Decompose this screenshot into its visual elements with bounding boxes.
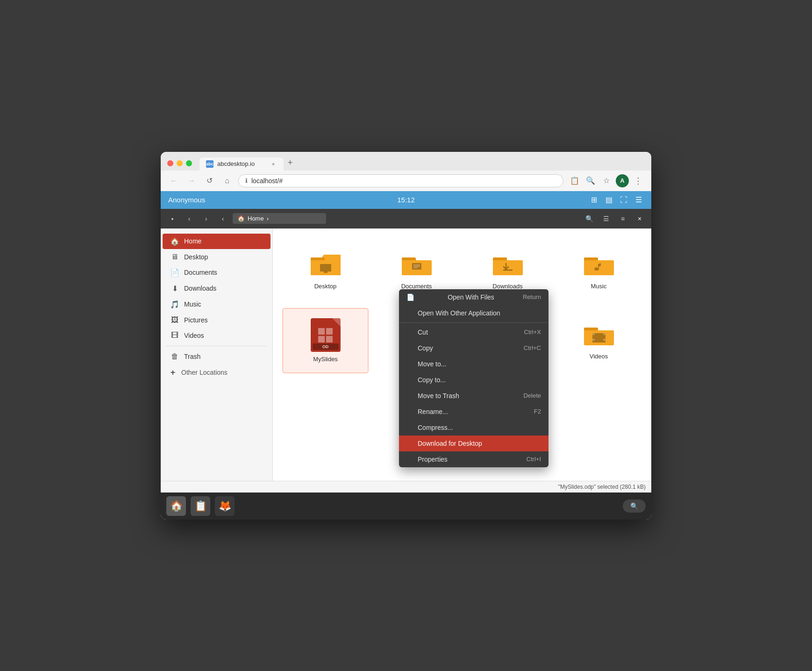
cm-rename[interactable]: Rename... F2 [399,404,548,420]
sidebar-label-other: Other Locations [181,369,228,376]
fm-search-btn[interactable]: 🔍 [582,212,596,226]
sidebar-item-pictures[interactable]: 🖼 Pictures [163,313,271,328]
cm-copy-label: Copy [418,344,433,352]
sidebar-item-trash[interactable]: 🗑 Trash [163,349,271,364]
app-bar-grid-icon[interactable]: ⊞ [589,195,599,205]
browser-toolbar: ← → ↺ ⌂ ℹ localhost/# 📋 🔍 ☆ A ⋮ [161,171,651,191]
cm-move-trash[interactable]: Move to Trash Delete [399,388,548,404]
fm-statusbar: "MySlides.odp" selected (280.1 kB) [161,481,651,493]
cm-rename-shortcut: F2 [534,408,541,415]
taskbar-home-btn[interactable]: 🏠 [166,496,186,516]
desktop-icon: 🖥 [170,253,179,261]
cm-open-files-label: Open With Files [448,293,494,301]
sidebar-label-home: Home [184,237,201,245]
sidebar-item-desktop[interactable]: 🖥 Desktop [163,250,271,264]
pictures-icon: 🖼 [170,316,179,324]
fm-close-btn[interactable]: × [633,212,647,226]
sidebar-item-videos[interactable]: 🎞 Videos [163,328,271,343]
fm-content: Desktop Documents [273,228,651,481]
fm-back-btn[interactable]: ‹ [182,212,196,226]
taskbar-search-icon: 🔍 [630,502,638,510]
sidebar-item-documents[interactable]: 📄 Documents [163,265,271,280]
home-btn[interactable]: ⌂ [221,174,234,187]
maximize-window-btn[interactable] [186,160,192,166]
home-icon: 🏠 [170,237,179,246]
app-bar-window-icon[interactable]: ▤ [604,195,614,205]
cm-move-to-label: Move to... [418,360,446,368]
browser-menu-btn[interactable]: ⋮ [632,174,645,187]
app-bar-time: 15:12 [397,196,415,204]
file-label-myslides: MySlides [313,356,338,363]
cm-properties-label: Properties [418,456,448,463]
active-tab[interactable]: abc abcdesktop.io × [199,157,284,171]
cm-download-label: Download for Desktop [418,440,482,447]
fm-list-view-btn[interactable]: ☰ [599,212,613,226]
file-label-downloads: Downloads [492,283,522,290]
app-bar-username: Anonymous [168,196,205,204]
cm-move-to[interactable]: Move to... [399,356,548,372]
sidebar-item-music[interactable]: 🎵 Music [163,297,271,312]
cm-open-other-app[interactable]: Open With Other Application [399,305,548,321]
sidebar-divider [166,346,267,346]
refresh-btn[interactable]: ↺ [203,174,216,187]
sidebar-item-downloads[interactable]: ⬇ Downloads [163,281,271,296]
file-label-documents: Documents [401,283,432,290]
browser-titlebar: abc abcdesktop.io × + [161,152,651,171]
forward-btn[interactable]: → [185,174,198,187]
svg-rect-29 [603,339,605,341]
cm-copy[interactable]: Copy Ctrl+C [399,340,548,356]
close-window-btn[interactable] [167,160,173,166]
taskbar-files-btn[interactable]: 📋 [191,496,210,516]
address-bar[interactable]: ℹ localhost/# [238,174,563,187]
fm-up-btn[interactable]: ‹ [216,212,230,226]
sidebar-label-music: Music [184,300,201,308]
minimize-window-btn[interactable] [177,160,183,166]
cm-copy-shortcut: Ctrl+C [524,344,541,351]
bookmark-btn[interactable]: ☆ [600,174,613,187]
cm-download-desktop[interactable]: Download for Desktop [399,435,548,451]
app-bar-fullscreen-icon[interactable]: ⛶ [619,195,629,205]
taskbar-files-icon: 📋 [194,500,207,512]
fm-menu-btn[interactable]: ≡ [616,212,630,226]
browser-search-btn[interactable]: 🔍 [584,174,597,187]
clipboard-btn[interactable]: 📋 [568,174,581,187]
svg-rect-4 [324,271,328,273]
cm-open-other-label: Open With Other Application [418,309,500,317]
app-taskbar: 🏠 📋 🦊 🔍 [161,493,651,520]
new-tab-btn[interactable]: + [284,157,297,170]
address-info-icon: ℹ [245,177,248,184]
cm-cut[interactable]: Cut Ctrl+X [399,324,548,340]
cm-compress[interactable]: Compress... [399,420,548,435]
cm-divider-1 [399,322,548,323]
file-item-videos[interactable]: Videos [556,308,642,373]
fm-breadcrumb[interactable]: 🏠 Home › [233,213,326,224]
fm-toolbar: ▪ ‹ › ‹ 🏠 Home › 🔍 ☰ ≡ × [161,209,651,228]
cm-properties[interactable]: Properties Ctrl+I [399,451,548,467]
app-bar-menu-icon[interactable]: ☰ [634,195,644,205]
file-item-myslides[interactable]: OD MySlides [282,308,369,373]
sidebar-item-other-locations[interactable]: + Other Locations [161,364,272,381]
svg-rect-3 [320,264,331,271]
folder-videos-icon [582,321,616,349]
cm-copy-to[interactable]: Copy to... [399,372,548,388]
breadcrumb-label: Home [248,215,264,222]
context-menu: 📄 Open With Files Return Open With Other… [399,289,548,467]
file-item-desktop[interactable]: Desktop [282,238,369,303]
back-btn[interactable]: ← [167,174,180,187]
tab-close-btn[interactable]: × [270,160,277,168]
cm-compress-label: Compress... [418,424,453,431]
fm-toggle-btn[interactable]: ▪ [165,212,179,226]
taskbar-browser-btn[interactable]: 🦊 [215,496,235,516]
file-item-music[interactable]: Music [556,238,642,303]
fm-forward-btn[interactable]: › [199,212,213,226]
app-bar: Anonymous 15:12 ⊞ ▤ ⛶ ☰ [161,191,651,209]
taskbar-search[interactable]: 🔍 [623,500,646,513]
address-text: localhost/# [251,177,283,185]
folder-documents-icon [400,251,434,279]
tab-title: abcdesktop.io [217,160,255,167]
cm-open-with-files[interactable]: 📄 Open With Files Return [399,289,548,305]
user-avatar[interactable]: A [616,174,629,187]
browser-actions: 📋 🔍 ☆ A ⋮ [568,174,645,187]
main-window: abc abcdesktop.io × + ← → ↺ ⌂ ℹ localhos… [161,152,651,520]
sidebar-item-home[interactable]: 🏠 Home [163,234,271,249]
